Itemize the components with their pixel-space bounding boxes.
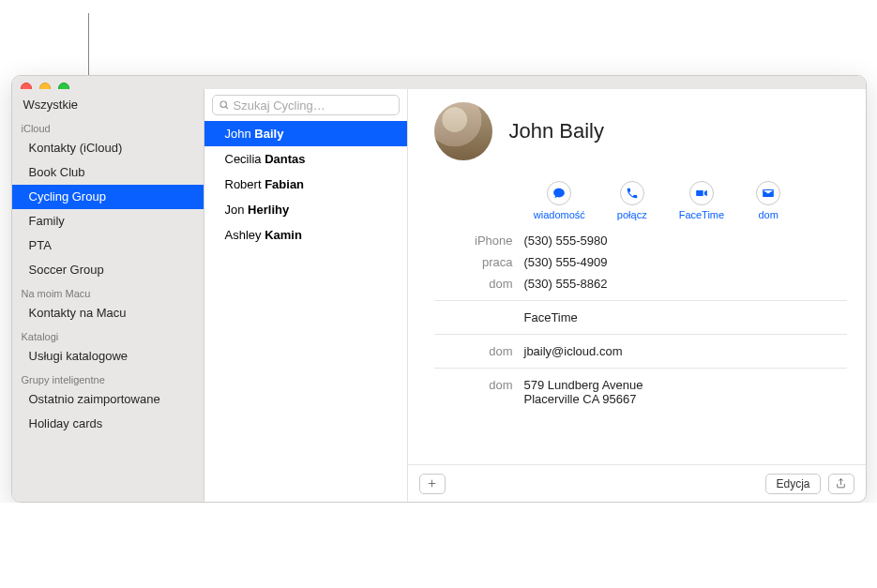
address-row: dom 579 Lundberg Avenue Placerville CA 9… [434, 374, 847, 410]
sidebar-section-header: Katalogi [12, 325, 204, 344]
add-button[interactable] [419, 474, 446, 494]
contact-last-name: Herlihy [248, 203, 289, 217]
search-field[interactable] [212, 95, 400, 115]
edit-button[interactable]: Edycja [765, 474, 820, 494]
sidebar-item-kontakty-na-macu[interactable]: Kontakty na Macu [12, 301, 204, 325]
contact-row[interactable]: Cecilia Dantas [204, 146, 407, 172]
contact-first-name: Ashley [225, 228, 262, 242]
search-input[interactable] [234, 98, 393, 113]
field-divider [434, 334, 847, 335]
field-divider [434, 300, 847, 301]
sidebar-item-pta[interactable]: PTA [12, 234, 204, 258]
action-label: dom [758, 209, 778, 220]
video-icon [695, 187, 708, 200]
phone-row: dom (530) 555-8862 [434, 273, 847, 294]
field-value[interactable]: (530) 555-4909 [524, 255, 608, 269]
email-row: dom jbaily@icloud.com [434, 340, 847, 362]
sidebar-item-family[interactable]: Family [12, 209, 204, 234]
window-titlebar [12, 76, 866, 89]
contact-row[interactable]: John Baily [204, 121, 407, 146]
contact-first-name: Cecilia [225, 152, 262, 166]
address-line2: Placerville CA 95667 [524, 392, 643, 406]
field-value[interactable]: FaceTime [524, 310, 578, 324]
contact-actions: wiadomość połącz FaceTime dom [517, 181, 798, 220]
plus-icon [426, 477, 438, 490]
field-value[interactable]: 579 Lundberg Avenue Placerville CA 95667 [524, 378, 643, 406]
contact-card: John Baily wiadomość połącz [408, 89, 866, 502]
field-value[interactable]: jbaily@icloud.com [524, 344, 623, 358]
field-value[interactable]: (530) 555-8862 [524, 277, 608, 291]
contact-last-name: Kamin [265, 228, 302, 242]
phone-icon [626, 187, 639, 200]
contact-first-name: Robert [225, 177, 262, 191]
svg-line-1 [225, 107, 227, 109]
action-label: połącz [617, 209, 647, 220]
sidebar-item-uslugi-katalogowe[interactable]: Usługi katalogowe [12, 344, 204, 369]
sidebar-item-kontakty-icloud[interactable]: Kontakty (iCloud) [12, 136, 204, 160]
contact-list-column: John Baily Cecilia Dantas Robert Fabian … [204, 89, 408, 502]
field-label: dom [434, 378, 524, 392]
contact-name: John Baily [509, 119, 605, 143]
contact-last-name: Dantas [265, 152, 305, 166]
action-label: FaceTime [679, 209, 725, 220]
contact-list: John Baily Cecilia Dantas Robert Fabian … [204, 121, 407, 502]
contact-first-name: Jon [225, 203, 245, 217]
sidebar-item-book-club[interactable]: Book Club [12, 160, 204, 185]
phone-row: iPhone (530) 555-5980 [434, 230, 847, 251]
phone-row: praca (530) 555-4909 [434, 251, 847, 273]
action-mail[interactable]: dom [756, 181, 780, 220]
facetime-row: FaceTime [434, 307, 847, 328]
sidebar-section-header: Grupy inteligentne [12, 369, 204, 387]
sidebar-item-cycling-group[interactable]: Cycling Group [12, 185, 204, 209]
action-label: wiadomość [534, 209, 585, 220]
share-icon [835, 477, 847, 490]
contact-row[interactable]: Ashley Kamin [204, 222, 407, 248]
contact-last-name: Baily [254, 127, 283, 141]
field-label: iPhone [434, 234, 524, 248]
sidebar-section-header: Na moim Macu [12, 282, 204, 301]
field-label: dom [434, 344, 524, 358]
share-button[interactable] [828, 474, 854, 494]
message-icon [552, 187, 566, 200]
contacts-window: Wszystkie iCloud Kontakty (iCloud) Book … [11, 75, 867, 503]
action-facetime[interactable]: FaceTime [679, 181, 725, 220]
field-label: dom [434, 277, 524, 291]
field-divider [434, 368, 847, 369]
groups-sidebar: Wszystkie iCloud Kontakty (iCloud) Book … [12, 89, 204, 502]
contact-row[interactable]: Jon Herlihy [204, 197, 407, 222]
sidebar-item-ostatnio-zaimportowane[interactable]: Ostatnio zaimportowane [12, 387, 204, 412]
contact-last-name: Fabian [265, 177, 304, 191]
sidebar-item-holiday-cards[interactable]: Holiday cards [12, 412, 204, 436]
field-value[interactable]: (530) 555-5980 [524, 234, 608, 248]
mail-icon [762, 187, 775, 200]
action-message[interactable]: wiadomość [534, 181, 585, 220]
card-footer: Edycja [408, 464, 866, 502]
sidebar-item-all-contacts[interactable]: Wszystkie [12, 93, 204, 117]
sidebar-section-header: iCloud [12, 117, 204, 136]
contact-row[interactable]: Robert Fabian [204, 172, 407, 197]
svg-point-0 [220, 101, 227, 108]
address-line1: 579 Lundberg Avenue [524, 378, 643, 392]
contact-first-name: John [225, 127, 251, 141]
search-icon [219, 99, 230, 111]
contact-avatar[interactable] [434, 102, 492, 160]
field-label: praca [434, 255, 524, 269]
callout-line-top [88, 13, 89, 75]
action-call[interactable]: połącz [617, 181, 647, 220]
sidebar-item-soccer-group[interactable]: Soccer Group [12, 258, 204, 282]
